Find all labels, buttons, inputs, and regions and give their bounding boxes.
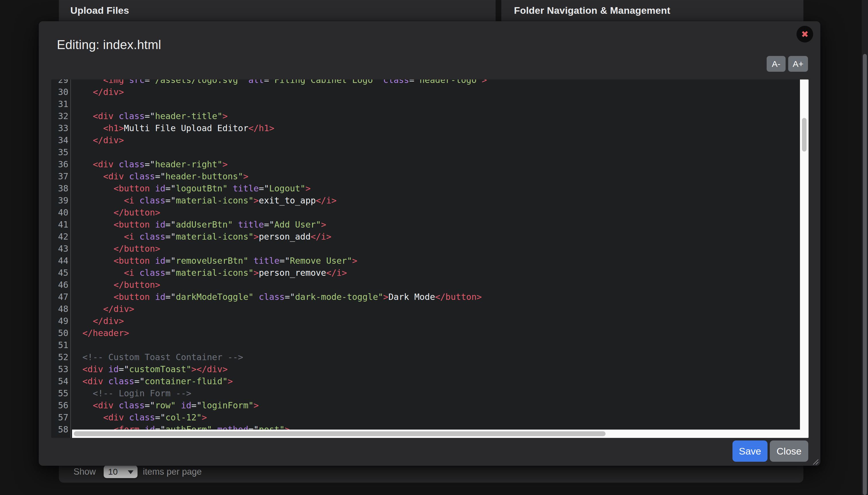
- line-number: 42: [51, 231, 68, 243]
- modal-title: Editing: index.html: [57, 38, 161, 52]
- line-number: 39: [51, 194, 68, 207]
- code-line: </div>: [82, 86, 809, 98]
- code-line: <i class="material-icons">person_remove<…: [82, 267, 809, 279]
- code-line: </header>: [82, 327, 809, 339]
- code-line: <i class="material-icons">person_add</i>: [82, 231, 809, 243]
- line-number: 54: [51, 375, 68, 387]
- line-number: 50: [51, 327, 68, 339]
- line-number: 41: [51, 219, 68, 231]
- line-number: 46: [51, 279, 68, 291]
- line-number: 30: [51, 86, 68, 98]
- line-number: 44: [51, 255, 68, 267]
- gutter-divider: [70, 80, 71, 438]
- line-number: 31: [51, 98, 68, 110]
- show-label: Show: [73, 466, 96, 477]
- code-line: [82, 339, 809, 351]
- code-line: </div>: [82, 315, 809, 327]
- line-number: 51: [51, 339, 68, 351]
- font-decrease-button[interactable]: A-: [767, 56, 786, 72]
- upload-card-header: Upload Files: [59, 0, 496, 21]
- code-line: <div class="col-12">: [82, 411, 809, 424]
- line-number: 57: [51, 411, 68, 424]
- line-number: 49: [51, 315, 68, 327]
- line-number: 32: [51, 110, 68, 122]
- editor-vertical-scrollbar-thumb[interactable]: [802, 118, 806, 152]
- code-line: </button>: [82, 279, 809, 291]
- items-per-page-label: items per page: [143, 466, 202, 477]
- line-number: 37: [51, 170, 68, 183]
- line-number: 33: [51, 122, 68, 134]
- modal-actions: Save Close: [733, 441, 808, 462]
- line-number: 56: [51, 399, 68, 411]
- code-line: <div class="header-title">: [82, 110, 809, 122]
- line-number: 34: [51, 134, 68, 146]
- code-line: </button>: [82, 207, 809, 219]
- line-number: 36: [51, 158, 68, 170]
- line-number: 38: [51, 183, 68, 194]
- editor-vertical-scrollbar[interactable]: [800, 80, 808, 438]
- line-number: 58: [51, 424, 68, 436]
- line-number: 48: [51, 303, 68, 315]
- code-line: </button>: [82, 243, 809, 255]
- code-line: </div>: [82, 303, 809, 315]
- code-line: [82, 98, 809, 110]
- editor-horizontal-scrollbar-thumb[interactable]: [74, 431, 605, 436]
- line-number: 40: [51, 207, 68, 219]
- code-line: <button id="darkModeToggle" class="dark-…: [82, 291, 809, 303]
- code-line: <button id="removeUserBtn" title="Remove…: [82, 255, 809, 267]
- font-increase-button[interactable]: A+: [788, 56, 808, 72]
- items-per-page-value: 10: [108, 467, 118, 477]
- code-line: <div class="container-fluid">: [82, 375, 809, 387]
- code-line: <div class="row" id="loginForm">: [82, 399, 809, 411]
- editor-horizontal-scrollbar[interactable]: [72, 430, 802, 438]
- code-line: <img src="/assets/logo.svg" alt="Filing …: [82, 80, 809, 86]
- close-icon: ✖: [801, 30, 808, 39]
- line-number: 55: [51, 387, 68, 399]
- font-size-controls: A- A+: [767, 56, 808, 72]
- folder-card-header: Folder Navigation & Management: [501, 0, 803, 21]
- resize-grip-icon[interactable]: [812, 458, 819, 465]
- editor-code-lines: <img src="/assets/logo.svg" alt="Filing …: [82, 80, 809, 436]
- code-line: <h1>Multi File Upload Editor</h1>: [82, 122, 809, 134]
- code-line: [82, 146, 809, 158]
- code-line: <!-- Custom Toast Container -->: [82, 351, 809, 363]
- code-line: <button id="logoutBtn" title="Logout">: [82, 183, 809, 194]
- select-dropdown-arrow-icon: [128, 470, 134, 474]
- code-line: <i class="material-icons">exit_to_app</i…: [82, 194, 809, 207]
- folder-card-title: Folder Navigation & Management: [501, 5, 670, 16]
- editor-modal: Editing: index.html ✖ A- A+ 293031323334…: [39, 21, 820, 466]
- line-number: 35: [51, 146, 68, 158]
- upload-card-title: Upload Files: [59, 5, 129, 16]
- editor-gutter: 2930313233343536373839404142434445464748…: [51, 80, 68, 436]
- code-line: <div class="header-buttons">: [82, 170, 809, 183]
- pagination-row: Show 10 items per page: [73, 465, 202, 478]
- line-number: 29: [51, 80, 68, 86]
- line-number: 53: [51, 363, 68, 375]
- line-number: 52: [51, 351, 68, 363]
- save-button[interactable]: Save: [733, 441, 768, 462]
- line-number: 47: [51, 291, 68, 303]
- close-button[interactable]: Close: [770, 441, 808, 462]
- code-line: <button id="addUserBtn" title="Add User"…: [82, 219, 809, 231]
- line-number: 43: [51, 243, 68, 255]
- page-scrollbar[interactable]: [862, 0, 868, 495]
- code-line: <div id="customToast"></div>: [82, 363, 809, 375]
- items-per-page-select[interactable]: 10: [104, 465, 137, 478]
- modal-close-button[interactable]: ✖: [797, 26, 813, 42]
- code-line: <div class="header-right">: [82, 158, 809, 170]
- page-scrollbar-thumb[interactable]: [863, 54, 867, 495]
- code-line: <!-- Login Form -->: [82, 387, 809, 399]
- code-editor[interactable]: 2930313233343536373839404142434445464748…: [51, 80, 809, 438]
- line-number: 45: [51, 267, 68, 279]
- code-line: </div>: [82, 134, 809, 146]
